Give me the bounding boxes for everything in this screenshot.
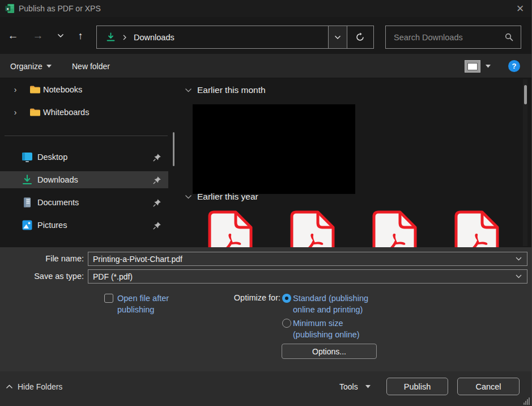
organize-label: Organize xyxy=(10,62,42,71)
sidebar-item-documents[interactable]: Documents xyxy=(0,194,168,211)
chevron-up-icon xyxy=(6,384,13,389)
hide-folders-label: Hide Folders xyxy=(18,382,62,391)
navigation-bar: ← → ↑ Downloads Search Downloads xyxy=(0,17,532,54)
scrollbar-track[interactable] xyxy=(523,79,527,246)
view-mode-button[interactable] xyxy=(465,60,480,73)
back-button[interactable]: ← xyxy=(5,26,22,46)
group-label: Earlier this month xyxy=(197,85,266,95)
dialog-footer: Hide Folders Tools Publish Cancel xyxy=(0,371,532,406)
hide-folders-button[interactable]: Hide Folders xyxy=(6,380,62,394)
file-name-value: Printing-a-Pivot-Chart.pdf xyxy=(93,255,516,264)
pin-icon xyxy=(153,221,161,230)
help-button[interactable]: ? xyxy=(508,60,520,72)
open-file-checkbox[interactable] xyxy=(104,294,113,303)
new-folder-button[interactable]: New folder xyxy=(72,54,110,78)
group-header-earlier-this-year[interactable]: Earlier this year xyxy=(185,192,258,202)
excel-icon: x xyxy=(5,4,15,13)
scrollbar-thumb[interactable] xyxy=(524,85,527,104)
chevron-down-icon xyxy=(516,257,522,261)
radio-minimum-size-label[interactable]: Minimum size (publishing online) xyxy=(293,318,378,340)
forward-button[interactable]: → xyxy=(29,26,46,46)
download-icon xyxy=(22,174,33,185)
caret-down-icon xyxy=(365,385,371,388)
radio-standard-label[interactable]: Standard (publishing online and printing… xyxy=(293,293,379,315)
pin-icon xyxy=(153,176,161,184)
publish-pdf-dialog: x Publish as PDF or XPS ✕ ← → ↑ Download… xyxy=(0,0,532,406)
optimize-for-label: Optimize for: xyxy=(201,293,280,302)
address-dropdown-button[interactable] xyxy=(328,26,347,49)
folder-icon xyxy=(29,84,41,95)
expand-chevron-icon[interactable]: › xyxy=(11,108,19,117)
caret-down-icon xyxy=(486,65,491,68)
folder-icon xyxy=(29,107,41,118)
pdf-file-icon[interactable] xyxy=(370,210,418,247)
sidebar-item-label: Desktop xyxy=(37,153,67,162)
breadcrumb[interactable]: Downloads xyxy=(134,33,175,42)
search-icon xyxy=(505,33,513,41)
resize-grip-icon[interactable] xyxy=(524,397,531,405)
address-bar[interactable]: Downloads xyxy=(96,26,329,49)
pin-icon xyxy=(153,198,161,207)
expand-chevron-icon[interactable]: › xyxy=(11,85,19,94)
view-mode-icon xyxy=(467,63,478,70)
tools-label: Tools xyxy=(339,382,358,391)
sidebar-item-desktop[interactable]: Desktop xyxy=(0,149,168,166)
pin-icon xyxy=(153,153,161,162)
save-options-panel: File name: Printing-a-Pivot-Chart.pdf Sa… xyxy=(0,247,532,371)
tools-button[interactable]: Tools xyxy=(339,378,371,395)
refresh-icon xyxy=(355,32,365,42)
titlebar: x Publish as PDF or XPS ✕ xyxy=(0,0,532,17)
dialog-title: Publish as PDF or XPS xyxy=(19,4,101,13)
document-icon xyxy=(22,197,33,208)
downloads-location-icon xyxy=(106,32,116,42)
sidebar-item-whiteboards[interactable]: › Whiteboards xyxy=(0,104,168,121)
group-header-earlier-this-month[interactable]: Earlier this month xyxy=(185,85,266,95)
radio-standard[interactable] xyxy=(282,294,291,303)
pictures-icon xyxy=(22,219,33,231)
up-button[interactable]: ↑ xyxy=(72,26,89,46)
collapse-chevron-icon xyxy=(185,88,192,92)
sidebar-divider xyxy=(5,136,168,136)
file-browser: › Notebooks › Whiteboards Desktop xyxy=(0,78,532,247)
desktop-icon xyxy=(22,151,33,163)
save-as-type-select[interactable]: PDF (*.pdf) xyxy=(88,269,527,284)
view-mode-dropdown[interactable] xyxy=(483,62,493,71)
save-as-type-label: Save as type: xyxy=(5,272,84,281)
refresh-button[interactable] xyxy=(347,26,374,49)
file-name-input[interactable]: Printing-a-Pivot-Chart.pdf xyxy=(88,252,527,266)
sidebar-item-downloads[interactable]: Downloads xyxy=(0,171,168,188)
sidebar-item-pictures[interactable]: Pictures xyxy=(0,217,168,234)
radio-dot xyxy=(285,297,288,300)
caret-down-icon xyxy=(46,65,52,68)
search-input[interactable]: Search Downloads xyxy=(385,26,521,49)
close-icon[interactable]: ✕ xyxy=(513,1,527,16)
cancel-button[interactable]: Cancel xyxy=(457,378,520,395)
new-folder-label: New folder xyxy=(72,62,110,71)
pdf-file-icon[interactable] xyxy=(206,210,253,247)
organize-button[interactable]: Organize xyxy=(10,54,52,78)
chevron-down-icon xyxy=(516,274,522,278)
sidebar-item-label: Documents xyxy=(37,198,79,207)
command-bar: Organize New folder xyxy=(0,54,532,78)
file-thumbnail[interactable] xyxy=(193,104,355,194)
open-file-checkbox-label[interactable]: Open file after publishing xyxy=(117,293,181,315)
options-button[interactable]: Options... xyxy=(282,344,377,359)
file-name-label: File name: xyxy=(5,254,84,263)
pdf-file-icon[interactable] xyxy=(452,210,500,247)
pdf-file-icon[interactable] xyxy=(288,210,335,247)
collapse-chevron-icon xyxy=(185,194,192,199)
sidebar-scrollbar[interactable] xyxy=(173,132,175,166)
publish-button[interactable]: Publish xyxy=(386,378,448,395)
recent-locations-chevron[interactable] xyxy=(52,26,69,46)
search-placeholder: Search Downloads xyxy=(394,33,505,42)
sidebar-item-label: Downloads xyxy=(37,175,78,184)
chevron-down-icon xyxy=(334,35,341,40)
breadcrumb-chevron-icon xyxy=(122,35,127,40)
sidebar-item-label: Pictures xyxy=(37,221,67,230)
radio-minimum-size[interactable] xyxy=(282,319,291,328)
sidebar-item-label: Whiteboards xyxy=(43,108,89,117)
group-label: Earlier this year xyxy=(197,192,258,202)
sidebar-item-label: Notebooks xyxy=(43,85,82,94)
sidebar-item-notebooks[interactable]: › Notebooks xyxy=(0,81,168,98)
save-as-type-value: PDF (*.pdf) xyxy=(93,272,516,281)
